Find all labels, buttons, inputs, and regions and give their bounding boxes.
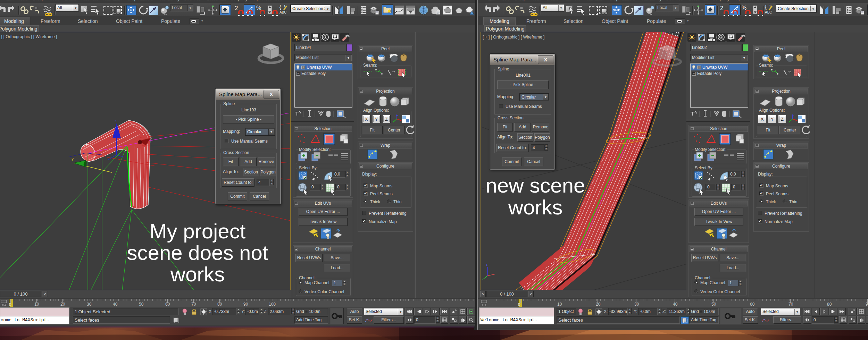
svg-text:z: z [486,263,487,266]
svg-text:y: y [72,156,74,161]
svg-text:z: z [115,119,117,123]
